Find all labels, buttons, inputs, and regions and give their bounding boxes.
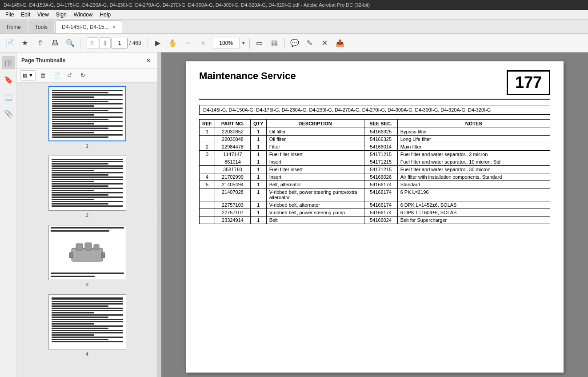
tab-close-button[interactable]: ×	[112, 24, 116, 30]
cell-ref	[200, 158, 215, 166]
cell-desc: V-ribbed belt, power steering pump	[266, 209, 364, 217]
table-row: 220308481Oil filter54166325Long Life fil…	[200, 136, 550, 143]
zoom-dropdown-button[interactable]: ▼	[240, 36, 247, 50]
cell-qty: 1	[251, 173, 267, 181]
thumbnail-image-2[interactable]	[48, 156, 126, 211]
table-row: 214070281V-ribbed belt, power steering p…	[200, 188, 550, 201]
sidebar-thumbnails-icon[interactable]: ◫	[2, 56, 15, 69]
thumbnail-3[interactable]: 3	[20, 225, 154, 287]
thumbnail-2[interactable]: 2	[20, 156, 154, 218]
thumbnails-title: Page Thumbnails	[21, 57, 65, 64]
toolbar: 📄 ★ ⇧ 🖶 🔍 ⇧ ⇩ / 468 ▶ ✋ − + ▼ ▭ ▦ 💬 ✎ ✕ …	[0, 34, 588, 52]
zoom-input[interactable]	[213, 38, 240, 48]
menu-help[interactable]: Help	[96, 11, 115, 19]
thumbnail-image-3[interactable]	[48, 225, 126, 280]
cell-part: 22984478	[215, 143, 251, 151]
thumbnails-undo-button[interactable]: ↺	[64, 70, 76, 81]
cell-part: 21702999	[215, 173, 251, 181]
menu-window[interactable]: Window	[70, 11, 96, 19]
cell-part: 21405494	[215, 181, 251, 188]
thumbnail-4[interactable]: 4	[20, 294, 154, 357]
thumbnails-extract-button[interactable]: 📄	[51, 70, 62, 81]
sidebar-attachments-icon[interactable]: 📎	[2, 107, 15, 120]
thumbnails-delete-button[interactable]: 🗑	[37, 70, 49, 81]
table-row: 8610141Insert54171215Fuel filter and wat…	[200, 158, 550, 166]
search-button[interactable]: 🔍	[63, 36, 77, 50]
cell-desc: Insert	[266, 173, 364, 181]
cell-sec: 54166174	[364, 209, 397, 217]
menu-edit[interactable]: Edit	[17, 11, 34, 19]
cell-sec: 54171215	[364, 151, 397, 158]
print-button[interactable]: 🖶	[48, 36, 62, 50]
parts-table: REF PART NO. QTY DESCRIPTION SEE SEC. NO…	[199, 119, 550, 224]
new-file-button[interactable]: 📄	[3, 36, 17, 50]
hand-tool-button[interactable]: ✋	[166, 36, 180, 50]
bookmark-button[interactable]: ★	[18, 36, 32, 50]
comment-button[interactable]: 💬	[288, 36, 302, 50]
cell-desc: Filter	[266, 143, 364, 151]
fit-page-button[interactable]: ▭	[252, 36, 267, 50]
sidebar-bookmarks-icon[interactable]: 🔖	[2, 73, 15, 86]
share-button[interactable]: ⇧	[33, 36, 47, 50]
cell-notes: 6 DPK L=1604±6, SOLAS	[397, 209, 550, 217]
cell-part: 22030852	[215, 128, 251, 136]
sidebar-layers-icon[interactable]: 📃	[2, 90, 15, 103]
thumbnail-label-3: 3	[86, 282, 88, 287]
svg-rect-2	[85, 243, 92, 250]
cell-sec: 54166325	[364, 128, 397, 136]
page-down-button[interactable]: ⇩	[99, 37, 111, 49]
col-header-desc: DESCRIPTION	[266, 120, 364, 128]
thumbnail-1[interactable]: 1	[20, 86, 154, 148]
select-tool-button[interactable]: ▶	[151, 36, 165, 50]
tab-tools[interactable]: Tools	[28, 20, 54, 33]
cell-desc: Belt	[266, 217, 364, 224]
cell-ref	[200, 217, 215, 224]
cell-qty: 1	[251, 217, 267, 224]
cell-notes: Bypass filter	[397, 128, 550, 136]
cell-ref	[200, 209, 215, 217]
toolbar-sep-4	[284, 38, 285, 48]
cell-desc: Fuel filter insert	[266, 151, 364, 158]
cell-notes: Air filter with installation components,…	[397, 173, 550, 181]
cell-notes: Long Life filter	[397, 136, 550, 143]
zoom-in-button[interactable]: +	[196, 36, 210, 50]
title-bar: D4-145I-G, D4-150A-G, D4-175I-G, D4-230A…	[0, 0, 588, 10]
thumbnail-image-4[interactable]	[48, 294, 126, 349]
cell-ref: 4	[200, 173, 215, 181]
cell-notes: Belt for Supercharger	[397, 217, 550, 224]
tab-home[interactable]: Home	[0, 20, 28, 33]
resize-handle[interactable]: ⋮	[158, 52, 161, 377]
cell-qty: 1	[251, 143, 267, 151]
cell-notes: Fuel filter and water separator., 2 micr…	[397, 151, 550, 158]
cell-ref	[200, 201, 215, 209]
cell-ref	[200, 166, 215, 173]
thumbnails-close-button[interactable]: ✕	[144, 56, 153, 65]
pdf-page: Maintenance Service 177 D4-145I-G, D4-15…	[186, 61, 564, 373]
page-header: Maintenance Service 177	[199, 70, 550, 100]
cell-qty: 1	[251, 188, 267, 201]
stamp-button[interactable]: 📤	[333, 36, 347, 50]
menu-view[interactable]: View	[34, 11, 52, 19]
thumbnail-image-1[interactable]	[48, 86, 126, 141]
two-page-button[interactable]: ▦	[268, 36, 282, 50]
thumbnails-redo-button[interactable]: ↻	[77, 70, 89, 81]
cell-ref	[200, 188, 215, 201]
thumbnails-scroll[interactable]: 1	[17, 83, 157, 377]
table-row: 35817601Fuel filter insert54171215Fuel f…	[200, 166, 550, 173]
redact-button[interactable]: ✕	[318, 36, 332, 50]
cell-desc: Fuel filter insert	[266, 166, 364, 173]
page-up-button[interactable]: ⇧	[87, 37, 98, 49]
cell-desc: V-ribbed belt, alternator	[266, 201, 364, 209]
left-panel: ◫ 🔖 📃 📎 Page Thumbnails ✕ ▨ ▼ 🗑 📄 ↺ ↻	[0, 52, 158, 377]
thumbnails-toolbar: ▨ ▼ 🗑 📄 ↺ ↻	[17, 68, 157, 83]
zoom-out-button[interactable]: −	[181, 36, 195, 50]
cell-sec: 54166024	[364, 217, 397, 224]
menu-sign[interactable]: Sign	[52, 11, 70, 19]
tab-document[interactable]: D4-145I-G, D4-15... ×	[55, 20, 122, 33]
menu-file[interactable]: File	[2, 11, 17, 19]
page-number-input[interactable]	[112, 38, 128, 48]
thumbnails-size-dropdown[interactable]: ▨ ▼	[20, 70, 36, 81]
highlight-button[interactable]: ✎	[303, 36, 317, 50]
page-number: 177	[507, 70, 550, 95]
pdf-viewer[interactable]: Maintenance Service 177 D4-145I-G, D4-15…	[161, 52, 588, 377]
